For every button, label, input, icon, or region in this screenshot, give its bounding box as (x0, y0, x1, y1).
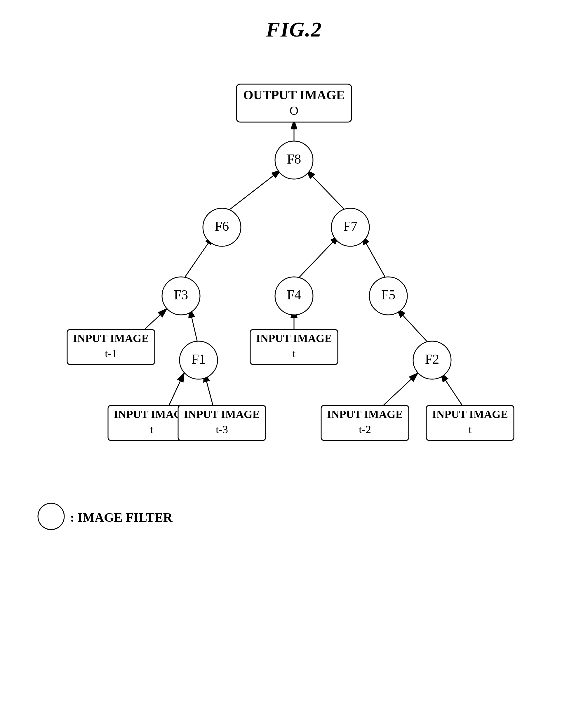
input-tm1-sublabel: t-1 (105, 347, 117, 360)
input-tm3-sublabel: t-3 (216, 423, 228, 435)
node-f8: F8 (287, 151, 301, 166)
svg-line-4 (181, 236, 213, 283)
node-f2: F2 (425, 352, 439, 367)
legend-circle (38, 503, 64, 530)
input-t2-sublabel: t (468, 423, 472, 435)
svg-line-3 (307, 170, 350, 216)
node-f6: F6 (215, 219, 229, 234)
node-f1: F1 (191, 352, 206, 367)
svg-line-6 (362, 236, 388, 283)
input-t-mid-label: INPUT IMAGE (256, 332, 332, 344)
node-f4: F4 (287, 287, 301, 302)
input-t1-sublabel: t (150, 423, 153, 435)
input-tm3-label: INPUT IMAGE (184, 408, 260, 420)
node-f5: F5 (381, 287, 396, 302)
input-tm1-label: INPUT IMAGE (73, 332, 149, 344)
input-tm2-sublabel: t-2 (359, 423, 371, 435)
output-image-sublabel: O (290, 104, 298, 118)
output-image-label: OUTPUT IMAGE (243, 88, 345, 102)
input-t-mid-sublabel: t (293, 347, 296, 360)
legend-text: : IMAGE FILTER (70, 510, 173, 525)
diagram: OUTPUT IMAGE O F8 F6 F7 F3 F4 F5 INPUT I… (0, 42, 588, 626)
node-f7: F7 (343, 219, 358, 234)
node-f3: F3 (174, 287, 188, 302)
input-t2-label: INPUT IMAGE (432, 408, 508, 420)
input-tm2-label: INPUT IMAGE (327, 408, 403, 420)
page-title: FIG.2 (0, 0, 588, 42)
svg-line-10 (397, 309, 432, 347)
svg-line-2 (222, 170, 280, 216)
svg-line-5 (294, 236, 339, 283)
